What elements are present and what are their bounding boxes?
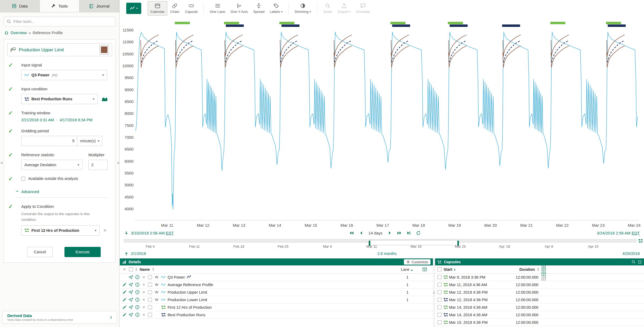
capsule-bar-green[interactable] (550, 22, 565, 24)
input-signal-dropdown[interactable]: Q3 Power (W) ▾ (21, 70, 107, 80)
row-checkbox[interactable] (437, 290, 442, 294)
remove-icon[interactable]: × (142, 297, 146, 302)
edit-icon[interactable] (122, 297, 127, 302)
details-row[interactable]: ×First 12 Hrs of Production (120, 304, 433, 311)
capsule-row[interactable]: Mar 12, 2018 4:36 PM12:00:00.000 (435, 289, 644, 296)
row-checkbox[interactable] (148, 305, 152, 309)
capsule-row[interactable]: Mar 9, 2018 3:36 PM12:00:00.000 (435, 273, 644, 281)
trend-send-icon[interactable] (129, 290, 133, 294)
display-range-duration[interactable]: 14 days (368, 231, 383, 235)
execute-button[interactable]: Execute (64, 247, 101, 257)
table-icon[interactable] (541, 267, 546, 272)
details-row[interactable]: ×WAverage Reference Profile1 (120, 281, 433, 289)
row-checkbox[interactable] (148, 290, 152, 294)
investigate-range-end[interactable]: 4/20/2018 (622, 251, 640, 256)
step-to-end-icon[interactable] (406, 231, 411, 235)
info-icon[interactable] (135, 275, 140, 279)
capsule-row[interactable]: Mar 12, 2018 4:36 PM12:00:00.000 (435, 296, 644, 304)
details-row[interactable]: ×WProduction Upper Limit1 (120, 289, 433, 296)
row-checkbox[interactable] (437, 313, 442, 317)
start-column-header[interactable]: Start (444, 267, 452, 272)
one-lane-button[interactable]: One Lane (207, 1, 228, 16)
details-row[interactable]: ×Best Production Runs (120, 311, 433, 319)
capsule-time-button[interactable]: Capsule (182, 1, 201, 16)
edit-icon[interactable] (122, 312, 127, 317)
select-all-checkbox[interactable] (437, 267, 442, 271)
refresh-icon[interactable] (416, 231, 421, 235)
search-icon[interactable] (632, 260, 635, 264)
display-range-start[interactable]: 3/10/2018 2:56 AM EST (131, 231, 173, 235)
panel-splitter[interactable]: ‖ (433, 258, 435, 327)
collapse-panel-handle[interactable]: « (1, 160, 3, 165)
table-icon[interactable] (541, 258, 546, 262)
capsule-bar-navy[interactable] (281, 24, 299, 27)
capsule-bar-navy[interactable] (392, 24, 410, 27)
timeline-track[interactable] (124, 239, 636, 243)
sort-icon[interactable]: ▲▼ (152, 267, 154, 271)
table-icon[interactable] (541, 272, 546, 276)
trend-send-icon[interactable] (129, 275, 133, 279)
capsule-row[interactable]: Mar 15, 2018 4:36 PM12:00:00.000 (435, 319, 644, 326)
training-window-start[interactable]: 2/21/2018 3:31 AM (21, 118, 54, 122)
row-checkbox[interactable] (437, 298, 442, 302)
one-y-axis-button[interactable]: One Y-Axis (228, 1, 251, 16)
capsule-row[interactable]: Mar 14, 2018 4:36 AM12:00:00.000 (435, 311, 644, 319)
timeline-capsules-icon[interactable] (638, 239, 643, 243)
breadcrumb-overview-link[interactable]: Overview (10, 31, 27, 35)
customize-button[interactable]: Customize (404, 259, 430, 265)
apply-to-condition-dropdown[interactable]: First 12 Hrs of Production ▾ (21, 225, 100, 236)
row-checkbox[interactable] (437, 275, 442, 279)
add-column-icon[interactable] (422, 267, 427, 272)
gridding-period-unit-select[interactable]: minute(s) ▾ (77, 136, 102, 146)
remove-all-icon[interactable]: × (122, 267, 127, 272)
lane-column-header[interactable]: Lane ▲ (398, 267, 417, 272)
collapse-sidebar-handle[interactable]: « (117, 160, 120, 165)
capsule-bar-green[interactable] (175, 22, 190, 24)
multiplier-input[interactable] (88, 160, 108, 170)
dimming-button[interactable]: Dimming▾ (292, 1, 313, 16)
clear-condition-icon[interactable]: × (103, 228, 106, 233)
area-chart-icon[interactable] (102, 96, 108, 102)
trend-send-icon[interactable] (129, 312, 133, 317)
maximize-icon[interactable] (638, 260, 642, 264)
export-button[interactable]: Export▾ (335, 1, 353, 16)
expand-range-arrow-icon[interactable] (124, 251, 129, 256)
table-icon[interactable] (541, 276, 546, 281)
row-checkbox[interactable] (148, 313, 152, 317)
chart-type-dropdown[interactable]: ▾ (126, 3, 141, 14)
remove-icon[interactable]: × (142, 275, 146, 279)
derived-data-panel[interactable]: Derived Data View data created by tools … (2, 311, 117, 324)
row-checkbox[interactable] (148, 275, 152, 279)
select-all-checkbox[interactable] (129, 267, 133, 271)
row-checkbox[interactable] (437, 320, 442, 324)
table-icon[interactable] (541, 262, 546, 267)
capsule-bar-navy[interactable] (502, 24, 520, 27)
training-window-range[interactable]: 2/21/2018 3:31 AM - 4/17/2018 8:34 PM (21, 118, 108, 122)
details-row[interactable]: ×WProduction Lower Limit1 (120, 296, 433, 304)
labels-button[interactable]: Labels▾ (267, 1, 285, 16)
row-checkbox[interactable] (148, 298, 152, 302)
capsule-bar-green[interactable] (224, 22, 239, 24)
capsule-row[interactable]: Mar 11, 2018 4:36 AM12:00:00.000 (435, 281, 644, 289)
duration-column-header[interactable]: Duration (519, 267, 535, 272)
capsule-bar-green[interactable] (448, 22, 463, 24)
edit-icon[interactable] (122, 290, 127, 294)
edit-icon[interactable] (122, 282, 127, 287)
tab-tools[interactable]: Tools (40, 0, 79, 12)
sort-icon[interactable]: ▲▼ (135, 267, 138, 271)
remove-icon[interactable]: × (142, 305, 146, 310)
info-icon[interactable] (135, 312, 140, 317)
gridding-period-input[interactable] (21, 136, 77, 146)
name-column-header[interactable]: Name (140, 267, 150, 272)
row-checkbox[interactable] (148, 283, 152, 287)
cancel-button[interactable]: Cancel (27, 247, 53, 257)
trend-send-icon[interactable] (129, 305, 133, 310)
info-icon[interactable] (135, 297, 140, 302)
reference-statistic-select[interactable]: Average Deviation ▾ (21, 160, 82, 170)
capsule-bar-green[interactable] (390, 22, 406, 24)
capsule-bar-green[interactable] (606, 22, 621, 24)
capsule-bar-green[interactable] (279, 22, 294, 24)
calendar-button[interactable]: Calendar (148, 1, 167, 16)
remove-icon[interactable]: × (142, 282, 146, 287)
display-range-end[interactable]: 3/24/2018 2:56 AM EDT (597, 231, 640, 235)
